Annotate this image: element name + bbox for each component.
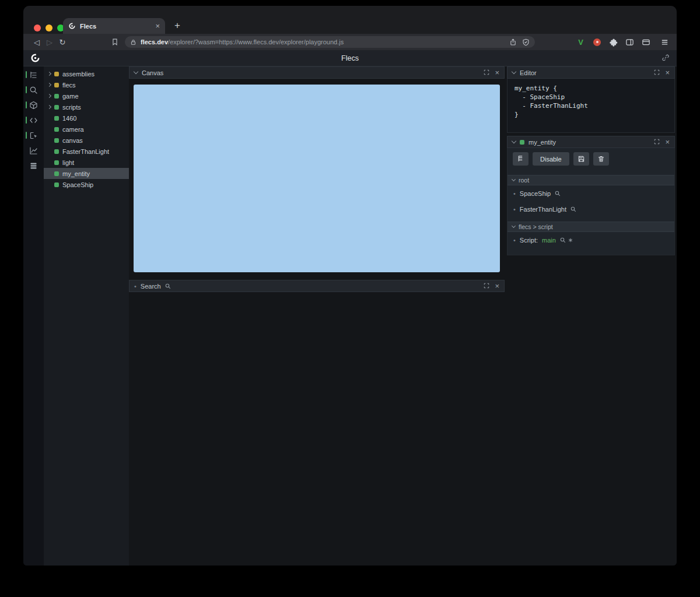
delete-button[interactable] xyxy=(593,152,609,166)
entity-color-icon xyxy=(520,140,524,145)
search-panel: • Search × xyxy=(129,280,505,292)
component-item-SpaceShip[interactable]: •SpaceShip xyxy=(508,185,674,201)
extension-icons: V xyxy=(576,37,670,47)
editor-panel-header[interactable]: Editor × xyxy=(507,66,675,79)
shield-icon[interactable] xyxy=(522,38,530,46)
close-panel-icon[interactable]: × xyxy=(665,69,670,76)
wallet-card-icon[interactable] xyxy=(641,37,651,47)
section-title: root xyxy=(519,177,529,184)
tree-item-flecs[interactable]: flecs xyxy=(44,79,129,90)
collapse-chevron-icon[interactable] xyxy=(512,177,516,181)
component-label: FasterThanLight xyxy=(520,206,566,213)
search-icon[interactable] xyxy=(560,237,566,243)
browser-tab[interactable]: Flecs × xyxy=(63,18,165,34)
tree-item-scripts[interactable]: scripts xyxy=(44,101,129,113)
tree-item-label: my_entity xyxy=(62,170,90,177)
tree-item-SpaceShip[interactable]: SpaceShip xyxy=(44,179,129,190)
entity-color-icon xyxy=(54,127,59,132)
tree-item-assemblies[interactable]: assemblies xyxy=(44,68,129,79)
canvas-panel-header[interactable]: Canvas × xyxy=(129,66,505,79)
collapse-chevron-icon[interactable] xyxy=(134,69,138,74)
tree-item-1460[interactable]: 1460 xyxy=(44,113,129,124)
extension-red-icon[interactable] xyxy=(592,37,602,47)
entity-toolbar: Disable xyxy=(508,148,674,170)
entity-color-icon xyxy=(54,182,59,187)
section-header-root[interactable]: root xyxy=(508,175,674,185)
close-panel-icon[interactable]: × xyxy=(495,282,499,290)
collapse-chevron-icon[interactable] xyxy=(512,224,516,228)
share-link-icon[interactable] xyxy=(662,54,670,62)
forward-button[interactable]: ▷ xyxy=(43,38,56,46)
extensions-puzzle-icon[interactable] xyxy=(608,37,618,47)
section-title: flecs > script xyxy=(519,223,553,230)
collapse-chevron-icon[interactable] xyxy=(512,139,516,143)
section-header-flecs-script[interactable]: flecs > script xyxy=(508,222,674,232)
component-label: Script: xyxy=(520,237,538,244)
expand-panel-icon[interactable] xyxy=(654,69,660,76)
tree-item-label: camera xyxy=(62,126,84,133)
disable-button[interactable]: Disable xyxy=(533,152,569,166)
sidebar-toggle-icon[interactable] xyxy=(625,37,635,47)
window-controls xyxy=(34,24,64,31)
close-panel-icon[interactable]: × xyxy=(665,138,670,146)
entity-color-icon xyxy=(54,83,59,87)
share-icon[interactable] xyxy=(509,38,517,46)
entities-cube-icon[interactable] xyxy=(23,100,44,110)
component-item-Script[interactable]: •Script:main xyxy=(508,232,674,248)
expand-chevron-icon[interactable] xyxy=(47,105,51,109)
tree-item-camera[interactable]: camera xyxy=(44,124,129,135)
tree-item-label: canvas xyxy=(62,137,83,144)
tab-title: Flecs xyxy=(80,23,151,30)
search-icon[interactable] xyxy=(555,191,561,196)
tree-item-label: light xyxy=(62,159,74,166)
close-window-button[interactable] xyxy=(34,24,41,31)
tree-toggle-button[interactable] xyxy=(513,152,528,166)
canvas-viewport[interactable] xyxy=(134,85,500,272)
editor-code[interactable]: my_entity { - SpaceShip - FasterThanLigh… xyxy=(507,79,675,133)
entity-color-icon xyxy=(54,149,59,154)
tree-view-icon[interactable] xyxy=(23,70,44,79)
expand-panel-icon[interactable] xyxy=(484,283,489,290)
close-panel-icon[interactable]: × xyxy=(495,69,499,76)
editor-panel: Editor × my_entity { - SpaceShip - Faste… xyxy=(507,66,675,133)
expand-chevron-icon[interactable] xyxy=(47,72,51,76)
minimize-window-button[interactable] xyxy=(46,24,52,31)
entity-inspector-panel: my_entity × Disable xyxy=(507,136,675,255)
entity-color-icon xyxy=(54,105,59,110)
search-panel-header[interactable]: • Search × xyxy=(129,280,505,292)
bookmark-icon[interactable] xyxy=(111,38,119,46)
address-bar[interactable]: flecs.dev/explorer/?wasm=https://www.fle… xyxy=(125,36,535,48)
expand-panel-icon[interactable] xyxy=(654,139,660,146)
search-icon[interactable] xyxy=(570,206,576,212)
tree-item-FasterThanLight[interactable]: FasterThanLight xyxy=(44,146,129,157)
entity-tree-list: assembliesflecsgamescripts1460cameracanv… xyxy=(44,68,129,190)
rows-icon[interactable] xyxy=(23,161,44,170)
collapse-chevron-icon[interactable] xyxy=(512,69,516,74)
extension-v-icon[interactable]: V xyxy=(576,37,586,47)
bullet-icon: • xyxy=(134,283,136,290)
tree-item-game[interactable]: game xyxy=(44,90,129,101)
tree-item-label: game xyxy=(62,93,79,100)
expand-panel-icon[interactable] xyxy=(484,69,489,76)
save-button[interactable] xyxy=(573,152,589,166)
entity-color-icon xyxy=(54,116,59,121)
stats-icon[interactable] xyxy=(23,146,44,155)
menu-icon[interactable] xyxy=(660,37,670,47)
reload-button[interactable]: ↻ xyxy=(56,38,69,46)
inspect-icon[interactable] xyxy=(23,131,44,140)
back-button[interactable]: ◁ xyxy=(30,38,43,46)
tree-item-light[interactable]: light xyxy=(44,157,129,168)
search-icon[interactable] xyxy=(23,85,44,94)
canvas-panel: Canvas × xyxy=(129,66,505,79)
canvas-panel-title: Canvas xyxy=(142,69,163,76)
expand-chevron-icon[interactable] xyxy=(47,83,51,87)
tree-item-canvas[interactable]: canvas xyxy=(44,135,129,146)
tab-close-icon[interactable]: × xyxy=(155,22,160,30)
new-tab-button[interactable]: + xyxy=(170,19,184,33)
expand-chevron-icon[interactable] xyxy=(47,94,51,98)
code-icon[interactable] xyxy=(23,115,44,125)
entity-panel-header[interactable]: my_entity × xyxy=(507,136,675,148)
component-item-FasterThanLight[interactable]: •FasterThanLight xyxy=(508,201,674,217)
tree-item-my_entity[interactable]: my_entity xyxy=(44,168,129,179)
entity-panel-title: my_entity xyxy=(528,139,556,146)
